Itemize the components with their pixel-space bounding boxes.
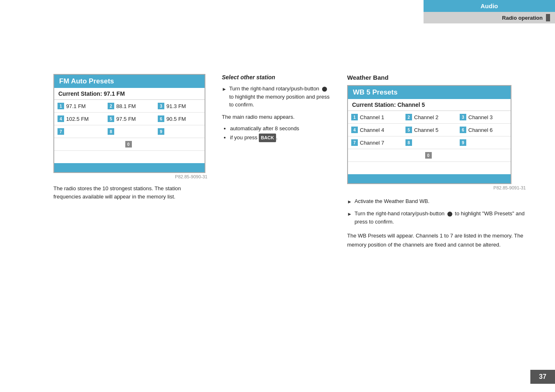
preset-num-0: 0 [125,141,132,148]
fm-presets-box: FM Auto Presets Current Station: 97.1 FM… [53,74,205,173]
wb-preset-cell-2: 2 Channel 2 [402,111,456,124]
wb-presets-code: P82.85-9091-31 [347,184,528,191]
wb-instruction-2: ► Turn the right-hand rotary/push-button… [347,210,528,226]
preset-num-3: 3 [158,103,164,109]
fm-presets-code: P82.85-9090-31 [53,173,210,180]
preset-num-5: 5 [108,115,114,122]
wb-preset-cell-8: 8 [402,136,456,149]
preset-cell-9: 9 [154,125,205,138]
preset-val-6: 90.5 FM [166,116,186,122]
preset-val-4: 102.5 FM [66,116,89,122]
audio-tab: Audio [424,0,555,12]
wb-preset-num-4: 4 [351,127,358,133]
radio-operation-label: Radio operation [502,15,543,21]
wb-instruction-text-2: Turn the right-hand rotary/push-button t… [355,210,528,226]
preset-num-7: 7 [58,128,64,135]
svg-point-0 [322,87,327,92]
wb-preset-cell-6: 6 Channel 6 [456,124,511,136]
preset-cell-8: 8 [104,125,154,138]
preset-num-9: 9 [158,128,164,135]
preset-cell-7: 7 [54,125,104,138]
wb-preset-cell-0: 0 [425,152,434,159]
preset-cell-6: 6 90.5 FM [154,113,205,125]
back-badge: BACK [259,134,276,142]
wb-preset-val-7: Channel 7 [360,140,384,146]
bullet-list: automatically after 8 seconds if you pre… [230,124,333,142]
wb-preset-val-6: Channel 6 [468,127,493,133]
wb-preset-footer [348,174,511,183]
wb-preset-cell-7: 7 Channel 7 [348,136,402,149]
radio-operation-marker [546,14,550,21]
wb-preset-cell-4: 4 Channel 4 [348,124,402,136]
wb-preset-num-6: 6 [460,127,466,133]
wb-instruction-1: ► Activate the Weather Band WB. [347,197,528,205]
wb-preset-num-2: 2 [405,114,412,120]
preset-num-1: 1 [58,103,64,109]
weather-band-section: Weather Band WB 5 Presets Current Statio… [347,74,528,249]
preset-num-6: 6 [158,115,164,122]
preset-val-2: 88.1 FM [116,103,136,109]
arrow-icon-wb2: ► [347,210,352,218]
preset-cell-5: 5 97.5 FM [104,113,154,125]
wb-presets-current: Current Station: Channel 5 [348,99,511,111]
weather-band-heading: Weather Band [347,74,528,81]
wb-preset-cell-9: 9 [456,136,511,149]
fm-presets-description: The radio stores the 10 strongest statio… [53,184,201,201]
wb-preset-cell-5: 5 Channel 5 [402,124,456,136]
wb-preset-val-4: Channel 4 [360,127,384,133]
wb-preset-val-3: Channel 3 [468,114,493,120]
wb-preset-cell-1: 1 Channel 1 [348,111,402,124]
fm-presets-current: Current Station: 97.1 FM [54,88,205,100]
wb-description: The WB Presets will appear. Channels 1 t… [347,231,528,249]
preset-num-2: 2 [108,103,114,109]
preset-footer [54,163,205,172]
preset-cell-0: 0 [125,141,134,148]
preset-val-3: 91.3 FM [166,103,186,109]
page-number: 37 [530,370,555,384]
wb-instructions: ► Activate the Weather Band WB. ► Turn t… [347,197,528,249]
preset-cell-2: 2 88.1 FM [104,100,154,113]
fm-presets-title: FM Auto Presets [54,75,205,88]
wb-preset-num-9: 9 [460,139,466,146]
wb-preset-cell-0-row: 0 [348,149,511,162]
preset-val-1: 97.1 FM [66,103,86,109]
wb-presets-grid: 1 Channel 1 2 Channel 2 3 Channel 3 4 Ch… [348,111,511,149]
fm-presets-section: FM Auto Presets Current Station: 97.1 FM… [53,74,210,201]
preset-cell-1: 1 97.1 FM [54,100,104,113]
preset-val-5: 97.5 FM [116,116,136,122]
preset-num-8: 8 [108,128,114,135]
preset-cell-4: 4 102.5 FM [54,113,104,125]
header-area: Audio Radio operation [424,0,555,23]
wb-preset-val-1: Channel 1 [360,114,384,120]
preset-cell-0-row: 0 [54,138,205,151]
select-instruction-item: ► Turn the right-hand rotary/push-button… [222,85,333,109]
preset-cell-3: 3 91.3 FM [154,100,205,113]
wb-presets-box: WB 5 Presets Current Station: Channel 5 … [347,85,511,184]
radio-operation-tab: Radio operation [424,12,555,23]
select-other-station-section: Select other station ► Turn the right-ha… [222,74,333,142]
wb-preset-num-1: 1 [351,114,358,120]
wb-preset-num-0: 0 [425,152,432,159]
wb-preset-num-5: 5 [405,127,412,133]
wb-preset-num-8: 8 [405,139,412,146]
wb-preset-cell-3: 3 Channel 3 [456,111,511,124]
wb-preset-val-2: Channel 2 [414,114,438,120]
preset-num-4: 4 [58,115,64,122]
fm-presets-grid: 1 97.1 FM 2 88.1 FM 3 91.3 FM 4 102.5 FM… [54,100,205,138]
wb-instruction-text-1: Activate the Weather Band WB. [355,197,430,205]
bullet-item-auto: automatically after 8 seconds [230,124,333,133]
wb-presets-title: WB 5 Presets [348,86,511,99]
svg-point-1 [447,212,452,217]
preset-empty-row [54,151,205,163]
bullet-item-back: if you press BACK. [230,133,333,142]
wb-preset-empty-row [348,162,511,174]
arrow-icon: ► [222,85,227,93]
select-instruction-text: Turn the right-hand rotary/push-button t… [229,85,333,109]
wb-preset-num-3: 3 [460,114,466,120]
main-radio-text: The main radio menu appears. [222,113,333,121]
wb-preset-num-7: 7 [351,139,358,146]
wb-preset-val-5: Channel 5 [414,127,438,133]
select-other-station-heading: Select other station [222,74,333,81]
arrow-icon-wb1: ► [347,198,352,205]
